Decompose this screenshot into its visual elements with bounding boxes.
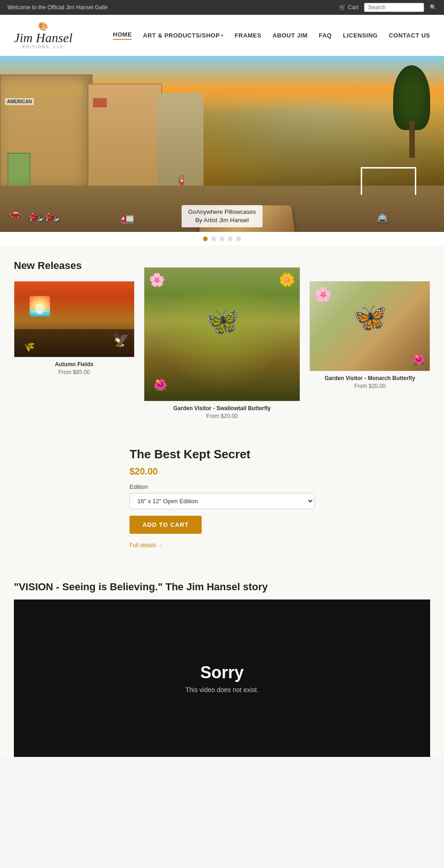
hero-caption-line2: By Artist Jim Hansel <box>188 216 256 225</box>
video-sorry-title: Sorry <box>200 663 244 682</box>
search-icon[interactable]: 🔍 <box>430 4 437 11</box>
chevron-down-icon: ▾ <box>221 33 223 38</box>
vision-title: "VISION - Seeing is Believing." The Jim … <box>14 581 430 593</box>
tree-right <box>393 65 430 158</box>
product-title-0: Autumn Fields <box>14 361 135 368</box>
product-card-swallowtail[interactable]: 🌸 🌼 🌺 Garden Visitor - Swallowtail Butte… <box>144 267 301 419</box>
vision-section: "VISION - Seeing is Believing." The Jim … <box>0 567 444 757</box>
nav-frames[interactable]: FRAMES <box>234 32 261 39</box>
logo-icon: 🎨 <box>38 21 48 31</box>
building-3 <box>157 93 204 186</box>
nav-home[interactable]: HOME <box>113 31 132 40</box>
dot-1[interactable] <box>203 237 208 241</box>
dot-4[interactable] <box>228 237 233 241</box>
welcome-text: Welcome to the Official Jim Hansel Galle <box>7 4 108 11</box>
product-detail-price: $20.00 <box>130 466 314 477</box>
hero-section: AMERICAN 🏍️🏍️ 🚛 🚔 🚗 🧯 GoAnywhere Pillowc… <box>0 56 444 232</box>
product-title-1: Garden Visitor - Swallowtail Butterfly <box>144 405 301 412</box>
products-grid: 🌅 🦅 🌾 Autumn Fields From $85.00 🌸 🌼 🌺 Ga… <box>14 281 430 419</box>
video-placeholder: Sorry This video does not exist. <box>14 599 430 757</box>
building-2 <box>88 84 162 190</box>
product-card-autumn-fields[interactable]: 🌅 🦅 🌾 Autumn Fields From $85.00 <box>14 281 135 375</box>
product-price-2: From $20.00 <box>309 383 430 389</box>
product-price-1: From $20.00 <box>144 413 301 419</box>
header: 🎨 Jim Hansel EDITIONS, LLC HOME ART & PR… <box>0 15 444 56</box>
dot-5[interactable] <box>236 237 241 241</box>
edition-label: Edition <box>130 483 314 490</box>
swallowtail-image: 🌸 🌼 🌺 <box>144 267 301 401</box>
monarch-image: 🌸 🌺 <box>309 281 430 371</box>
cart-icon: 🛒 <box>339 4 346 11</box>
nav-art-products-wrap: ART & PRODUCTS/SHOP ▾ <box>143 32 223 39</box>
logo[interactable]: 🎨 Jim Hansel EDITIONS, LLC <box>14 21 73 49</box>
full-details-link[interactable]: Full details → <box>130 542 314 549</box>
add-to-cart-button[interactable]: ADD TO CART <box>130 516 202 534</box>
nav-faq[interactable]: FAQ <box>319 32 332 39</box>
nav-about[interactable]: ABOUT JIM <box>272 32 308 39</box>
edition-select[interactable]: 16" x 12" Open Edition 24" x 18" Open Ed… <box>130 493 314 509</box>
top-bar-right: 🛒 Cart 🔍 <box>339 3 437 12</box>
nav-licensing[interactable]: LICENSING <box>343 32 377 39</box>
new-releases-section: New Releases 🌅 🦅 🌾 Autumn Fields From $8… <box>0 246 444 433</box>
building-1: AMERICAN <box>0 75 92 190</box>
video-sorry-text: This video does not exist. <box>185 686 259 693</box>
fire-hydrant: 🧯 <box>176 175 187 186</box>
logo-name: Jim Hansel <box>14 31 73 44</box>
product-title-2: Garden Visitor - Monarch Butterfly <box>309 375 430 381</box>
dot-2[interactable] <box>211 237 216 241</box>
main-nav: HOME ART & PRODUCTS/SHOP ▾ FRAMES ABOUT … <box>113 31 430 40</box>
top-bar: Welcome to the Official Jim Hansel Galle… <box>0 0 444 15</box>
nav-art-products[interactable]: ART & PRODUCTS/SHOP <box>143 32 220 39</box>
product-price-0: From $85.00 <box>14 369 135 375</box>
product-detail-inner: The Best Kept Secret $20.00 Edition 16" … <box>130 447 314 549</box>
autumn-fields-image: 🌅 🦅 🌾 <box>14 281 135 357</box>
hero-caption: GoAnywhere Pillowcases By Artist Jim Han… <box>182 205 263 227</box>
hero-caption-line1: GoAnywhere Pillowcases <box>188 208 256 216</box>
nav-contact[interactable]: CONTACT US <box>389 32 430 39</box>
product-card-monarch[interactable]: 🌸 🌺 Garden Visitor - Monarch Butterfly F… <box>309 281 430 389</box>
white-fence <box>361 167 416 195</box>
cart-link[interactable]: 🛒 Cart <box>339 4 358 11</box>
carousel-dots <box>0 232 444 246</box>
product-detail-section: The Best Kept Secret $20.00 Edition 16" … <box>0 433 444 567</box>
cart-label: Cart <box>348 4 358 11</box>
search-input[interactable] <box>364 3 424 12</box>
dot-3[interactable] <box>220 237 224 241</box>
logo-sub: EDITIONS, LLC <box>22 44 64 49</box>
product-detail-title: The Best Kept Secret <box>130 447 314 462</box>
